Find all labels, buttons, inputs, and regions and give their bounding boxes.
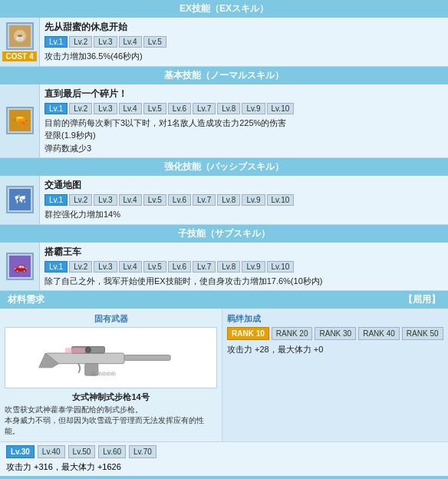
passive-skill-content: 交通地图 Lv.1Lv.2Lv.3Lv.4Lv.5Lv.6Lv.7Lv.8Lv.… xyxy=(40,176,448,224)
sub-skill-lv-tab-2[interactable]: Lv.2 xyxy=(69,261,92,273)
ex-skill-icon: ☕ xyxy=(6,22,34,50)
lv-bonus-tab-1[interactable]: Lv.30 xyxy=(6,445,35,458)
basic-skill-lv-tab-6[interactable]: Lv.6 xyxy=(168,103,191,114)
lv-bonus-tab-5[interactable]: Lv.70 xyxy=(129,445,156,458)
lv-bonus-tab-2[interactable]: Lv.40 xyxy=(38,445,65,458)
basic-skill-lv-tab-8[interactable]: Lv.8 xyxy=(217,103,240,114)
passive-skill-lv-tab-5[interactable]: Lv.5 xyxy=(143,194,166,206)
sub-skill-desc: 除了自己之外，我军开始使用EX技能时，使自身攻击力增加17.6%(10秒内) xyxy=(44,275,443,288)
materials-body: 固有武器 菌 幼幼幼幼 xyxy=(0,309,448,441)
basic-skill-lv-tab-10[interactable]: Lv.10 xyxy=(267,103,295,114)
materials-tag: 【屈用】 xyxy=(404,293,440,306)
sub-skill-lv-tab-7[interactable]: Lv.7 xyxy=(193,261,216,273)
basic-skill-name: 直到最后一个碎片！ xyxy=(44,88,443,101)
passive-skill-lv-tab-7[interactable]: Lv.7 xyxy=(193,194,216,206)
basic-skill-lv-tab-9[interactable]: Lv.9 xyxy=(242,103,265,114)
weapon-section-title: 固有武器 xyxy=(5,313,217,325)
ex-skill-lv-tab-1[interactable]: Lv.1 xyxy=(44,36,68,48)
basic-skill-row: 🔫 直到最后一个碎片！ Lv.1Lv.2Lv.3Lv.4Lv.5Lv.6Lv.7… xyxy=(0,84,448,159)
basic-skill-levels[interactable]: Lv.1Lv.2Lv.3Lv.4Lv.5Lv.6Lv.7Lv.8Lv.9Lv.1… xyxy=(44,103,443,114)
passive-skill-lv-tab-6[interactable]: Lv.6 xyxy=(168,194,191,206)
sub-skill-content: 搭霸王车 Lv.1Lv.2Lv.3Lv.4Lv.5Lv.6Lv.7Lv.8Lv.… xyxy=(40,243,448,291)
weapon-desc: 吹雪获女武神藿泰学园配给的制式步枪。 本身威力不弱，但却因为吹雪疏于管理而无法发… xyxy=(5,405,217,437)
svg-text:☕: ☕ xyxy=(15,31,25,41)
passive-skill-header: 强化技能（パッシブスキル） xyxy=(0,158,448,176)
passive-skill-lv-tab-3[interactable]: Lv.3 xyxy=(94,194,117,206)
svg-rect-15 xyxy=(65,348,85,353)
basic-skill-lv-tab-5[interactable]: Lv.5 xyxy=(143,103,166,114)
weapon-skill-header: 武器技能加成 xyxy=(0,476,448,479)
svg-text:🔫: 🔫 xyxy=(13,114,27,127)
lv-bonus-text: 攻击力 +316，最大体力 +1626 xyxy=(0,461,448,476)
passive-skill-lv-tab-9[interactable]: Lv.9 xyxy=(242,194,265,206)
svg-text:菌 幼幼幼幼: 菌 幼幼幼幼 xyxy=(91,372,116,376)
lv-bonus-tab-3[interactable]: Lv.50 xyxy=(68,445,96,458)
svg-point-13 xyxy=(85,347,91,352)
ex-skill-name: 先从甜蜜的休息开始 xyxy=(44,21,443,34)
sub-skill-lv-tab-3[interactable]: Lv.3 xyxy=(94,261,117,273)
passive-skill-lv-tab-4[interactable]: Lv.4 xyxy=(119,194,142,206)
sub-skill-lv-tab-1[interactable]: Lv.1 xyxy=(44,261,68,273)
ex-skill-row: ☕ COST 4 先从甜蜜的休息开始 Lv.1Lv.2Lv.3Lv.4Lv.5 … xyxy=(0,18,448,67)
rank-tabs[interactable]: RANK 10RANK 20RANK 30RANK 40RANK 50 xyxy=(227,327,443,340)
ex-skill-lv-tab-3[interactable]: Lv.3 xyxy=(94,36,117,48)
passive-skill-icon-area: 🗺 xyxy=(0,176,40,224)
sub-skill-lv-tab-10[interactable]: Lv.10 xyxy=(267,261,295,273)
passive-skill-lv-tab-2[interactable]: Lv.2 xyxy=(69,194,92,206)
rank-bonus: 攻击力 +28，最大体力 +0 xyxy=(227,343,443,356)
weapon-side: 固有武器 菌 幼幼幼幼 xyxy=(0,309,222,441)
materials-header: 材料需求 【屈用】 xyxy=(0,291,448,309)
rank-tab-2[interactable]: RANK 20 xyxy=(272,327,313,340)
passive-skill-row: 🗺 交通地图 Lv.1Lv.2Lv.3Lv.4Lv.5Lv.6Lv.7Lv.8L… xyxy=(0,176,448,225)
passive-skill-name: 交通地图 xyxy=(44,179,443,192)
sub-skill-row: 🚗 搭霸王车 Lv.1Lv.2Lv.3Lv.4Lv.5Lv.6Lv.7Lv.8L… xyxy=(0,243,448,292)
sub-skill-lv-tab-9[interactable]: Lv.9 xyxy=(242,261,265,273)
sub-skill-icon-area: 🚗 xyxy=(0,243,40,291)
basic-skill-lv-tab-7[interactable]: Lv.7 xyxy=(193,103,216,114)
ex-skill-levels[interactable]: Lv.1Lv.2Lv.3Lv.4Lv.5 xyxy=(44,36,443,48)
passive-skill-lv-tab-1[interactable]: Lv.1 xyxy=(44,194,68,206)
sub-skill-header: 子技能（サブスキル） xyxy=(0,225,448,243)
ex-skill-lv-tab-2[interactable]: Lv.2 xyxy=(69,36,92,48)
svg-text:🚗: 🚗 xyxy=(13,260,27,273)
basic-skill-icon-area: 🔫 xyxy=(0,84,40,158)
passive-skill-lv-tab-10[interactable]: Lv.10 xyxy=(267,194,295,206)
basic-skill-content: 直到最后一个碎片！ Lv.1Lv.2Lv.3Lv.4Lv.5Lv.6Lv.7Lv… xyxy=(40,84,448,158)
basic-skill-header: 基本技能（ノーマルスキル） xyxy=(0,67,448,84)
sub-skill-lv-tab-5[interactable]: Lv.5 xyxy=(143,261,166,273)
rank-side: 羁绊加成 RANK 10RANK 20RANK 30RANK 40RANK 50… xyxy=(222,309,448,441)
sub-skill-name: 搭霸王车 xyxy=(44,246,443,259)
basic-skill-lv-tab-4[interactable]: Lv.4 xyxy=(119,103,142,114)
lv-bonus-section: Lv.30Lv.40Lv.50Lv.60Lv.70 攻击力 +316，最大体力 … xyxy=(0,441,448,476)
basic-skill-lv-tab-3[interactable]: Lv.3 xyxy=(94,103,117,114)
passive-skill-icon: 🗺 xyxy=(6,186,34,213)
basic-skill-desc: 目前的弹药每次剩下3以下时，对1名敌人造成攻击力225%的伤害 登限(1.9秒内… xyxy=(44,117,443,155)
passive-skill-lv-tab-8[interactable]: Lv.8 xyxy=(217,194,240,206)
lv-bonus-tab-4[interactable]: Lv.60 xyxy=(98,445,126,458)
rank-tab-4[interactable]: RANK 40 xyxy=(358,327,400,340)
basic-skill-lv-tab-1[interactable]: Lv.1 xyxy=(44,103,68,114)
weapon-image-area: 菌 幼幼幼幼 xyxy=(5,327,217,388)
passive-skill-desc: 群控强化力增加14% xyxy=(44,208,443,221)
rank-tab-1[interactable]: RANK 10 xyxy=(227,327,269,340)
sub-skill-lv-tab-4[interactable]: Lv.4 xyxy=(119,261,142,273)
sub-skill-lv-tab-6[interactable]: Lv.6 xyxy=(168,261,191,273)
basic-skill-icon: 🔫 xyxy=(6,107,34,134)
passive-skill-levels[interactable]: Lv.1Lv.2Lv.3Lv.4Lv.5Lv.6Lv.7Lv.8Lv.9Lv.1… xyxy=(44,194,443,206)
ex-skill-content: 先从甜蜜的休息开始 Lv.1Lv.2Lv.3Lv.4Lv.5 攻击力增加36.5… xyxy=(40,18,448,66)
ex-skill-lv-tab-4[interactable]: Lv.4 xyxy=(119,36,142,48)
weapon-name: 女式神制式步枪14号 xyxy=(5,391,217,403)
sub-skill-levels[interactable]: Lv.1Lv.2Lv.3Lv.4Lv.5Lv.6Lv.7Lv.8Lv.9Lv.1… xyxy=(44,261,443,273)
svg-text:🗺: 🗺 xyxy=(15,193,25,206)
rank-tab-3[interactable]: RANK 30 xyxy=(315,327,356,340)
sub-skill-lv-tab-8[interactable]: Lv.8 xyxy=(217,261,240,273)
sub-skill-icon: 🚗 xyxy=(6,253,34,280)
ex-skill-icon-area: ☕ COST 4 xyxy=(0,18,40,66)
rank-tab-5[interactable]: RANK 50 xyxy=(402,327,443,340)
svg-rect-9 xyxy=(45,353,124,364)
basic-skill-lv-tab-2[interactable]: Lv.2 xyxy=(69,103,92,114)
bonus-section-title: 羁绊加成 xyxy=(227,313,443,325)
ex-skill-lv-tab-5[interactable]: Lv.5 xyxy=(143,36,166,48)
lv-bonus-row[interactable]: Lv.30Lv.40Lv.50Lv.60Lv.70 xyxy=(0,442,448,461)
ex-skill-desc: 攻击力增加36.5%(46秒内) xyxy=(44,50,443,63)
